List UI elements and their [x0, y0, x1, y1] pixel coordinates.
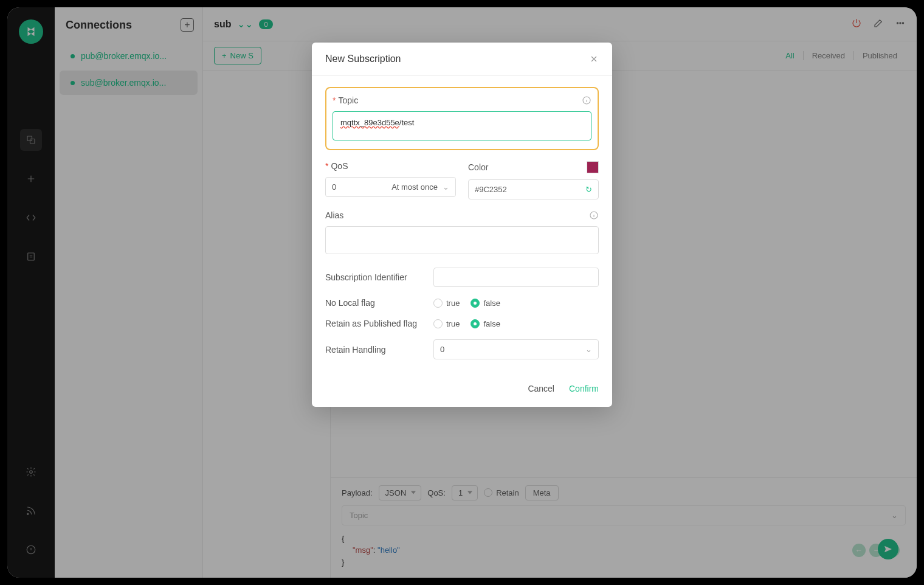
cancel-button[interactable]: Cancel: [528, 384, 554, 393]
topic-input[interactable]: mqttx_89e3d55e/test: [333, 111, 591, 140]
no-local-true[interactable]: true: [433, 299, 460, 308]
alias-label: Alias: [325, 210, 343, 220]
new-subscription-dialog: New Subscription *Topic mqttx_89e3d55e/t…: [312, 43, 612, 407]
no-local-label: No Local flag: [325, 298, 422, 308]
retain-pub-true[interactable]: true: [433, 319, 460, 328]
no-local-false[interactable]: false: [471, 299, 500, 308]
info-icon[interactable]: [582, 95, 591, 105]
modal-overlay[interactable]: New Subscription *Topic mqttx_89e3d55e/t…: [0, 0, 924, 585]
retain-pub-false[interactable]: false: [471, 319, 500, 328]
topic-field-highlight: *Topic mqttx_89e3d55e/test: [325, 87, 599, 150]
qos-label: QoS: [331, 161, 348, 171]
qos-select[interactable]: 0 At most once⌄: [325, 177, 456, 197]
chevron-down-icon: ⌄: [585, 345, 592, 354]
color-input[interactable]: #9C2352 ↻: [468, 179, 599, 199]
alias-input[interactable]: [325, 226, 599, 254]
chevron-down-icon: ⌄: [443, 182, 449, 192]
color-swatch[interactable]: [587, 161, 599, 173]
info-icon[interactable]: [589, 210, 599, 220]
refresh-color-icon[interactable]: ↻: [585, 185, 592, 194]
sub-id-label: Subscription Identifier: [325, 272, 422, 282]
retain-handling-select[interactable]: 0 ⌄: [433, 339, 599, 359]
color-label: Color: [468, 162, 488, 172]
dialog-title: New Subscription: [325, 54, 401, 64]
retain-pub-label: Retain as Published flag: [325, 319, 422, 328]
close-icon[interactable]: [589, 54, 599, 64]
sub-id-input[interactable]: [433, 268, 599, 287]
confirm-button[interactable]: Confirm: [569, 384, 599, 393]
topic-label: Topic: [338, 95, 358, 105]
retain-handling-label: Retain Handling: [325, 345, 422, 355]
